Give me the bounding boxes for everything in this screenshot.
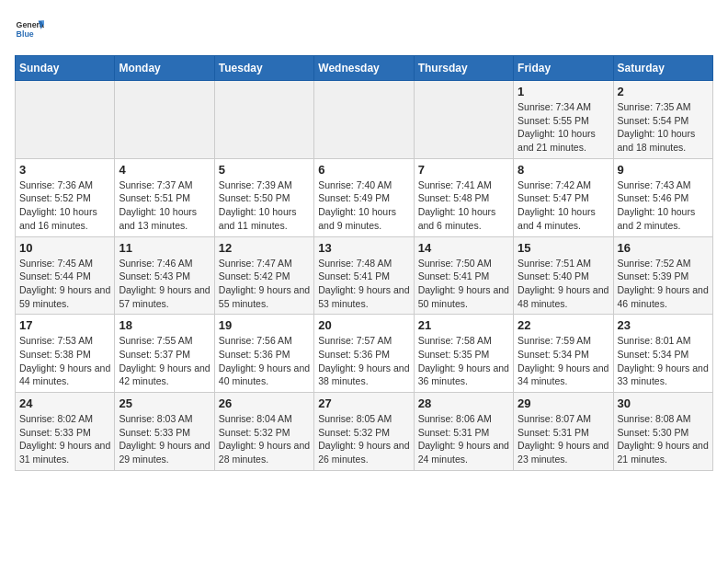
- day-number: 25: [119, 396, 210, 410]
- calendar-day-cell: 11Sunrise: 7:46 AM Sunset: 5:43 PM Dayli…: [115, 236, 214, 315]
- day-info: Sunrise: 7:42 AM Sunset: 5:47 PM Dayligh…: [518, 178, 609, 233]
- calendar-day-cell: 24Sunrise: 8:02 AM Sunset: 5:33 PM Dayli…: [16, 393, 115, 471]
- calendar-day-cell: 25Sunrise: 8:03 AM Sunset: 5:33 PM Dayli…: [115, 393, 214, 471]
- day-info: Sunrise: 7:34 AM Sunset: 5:55 PM Dayligh…: [518, 100, 609, 155]
- calendar-day-cell: 3Sunrise: 7:36 AM Sunset: 5:52 PM Daylig…: [16, 158, 115, 236]
- calendar-week-row: 10Sunrise: 7:45 AM Sunset: 5:44 PM Dayli…: [16, 236, 713, 315]
- day-number: 19: [219, 318, 310, 332]
- day-info: Sunrise: 7:36 AM Sunset: 5:52 PM Dayligh…: [19, 178, 110, 233]
- day-info: Sunrise: 7:48 AM Sunset: 5:41 PM Dayligh…: [318, 257, 409, 311]
- calendar-day-cell: 7Sunrise: 7:41 AM Sunset: 5:48 PM Daylig…: [414, 158, 513, 236]
- calendar-week-row: 24Sunrise: 8:02 AM Sunset: 5:33 PM Dayli…: [16, 393, 713, 471]
- day-number: 29: [518, 396, 609, 410]
- calendar-day-cell: 17Sunrise: 7:53 AM Sunset: 5:38 PM Dayli…: [16, 315, 115, 393]
- day-number: 15: [518, 241, 609, 255]
- calendar-day-cell: 6Sunrise: 7:40 AM Sunset: 5:49 PM Daylig…: [314, 158, 414, 236]
- calendar-day-cell: 10Sunrise: 7:45 AM Sunset: 5:44 PM Dayli…: [16, 236, 115, 315]
- day-info: Sunrise: 7:35 AM Sunset: 5:54 PM Dayligh…: [618, 100, 709, 155]
- day-number: 12: [219, 241, 310, 255]
- weekday-header-wednesday: Wednesday: [314, 56, 414, 81]
- calendar-day-cell: 2Sunrise: 7:35 AM Sunset: 5:54 PM Daylig…: [613, 81, 712, 159]
- weekday-header-monday: Monday: [115, 56, 214, 81]
- day-number: 20: [318, 318, 409, 332]
- day-info: Sunrise: 7:46 AM Sunset: 5:43 PM Dayligh…: [119, 257, 210, 311]
- calendar-day-cell: 16Sunrise: 7:52 AM Sunset: 5:39 PM Dayli…: [613, 236, 712, 315]
- day-info: Sunrise: 8:07 AM Sunset: 5:31 PM Dayligh…: [518, 412, 609, 466]
- day-info: Sunrise: 7:57 AM Sunset: 5:36 PM Dayligh…: [318, 334, 409, 388]
- day-number: 2: [618, 85, 709, 98]
- calendar-empty-cell: [314, 81, 414, 159]
- day-info: Sunrise: 8:05 AM Sunset: 5:32 PM Dayligh…: [318, 412, 409, 466]
- day-number: 11: [119, 241, 210, 255]
- day-number: 13: [318, 241, 409, 255]
- day-info: Sunrise: 7:56 AM Sunset: 5:36 PM Dayligh…: [219, 334, 310, 388]
- day-info: Sunrise: 7:41 AM Sunset: 5:48 PM Dayligh…: [418, 178, 509, 233]
- weekday-header-saturday: Saturday: [613, 56, 712, 81]
- day-number: 6: [318, 163, 409, 177]
- day-number: 30: [618, 396, 709, 410]
- day-info: Sunrise: 7:59 AM Sunset: 5:34 PM Dayligh…: [518, 334, 609, 388]
- calendar-day-cell: 14Sunrise: 7:50 AM Sunset: 5:41 PM Dayli…: [414, 236, 513, 315]
- calendar-day-cell: 22Sunrise: 7:59 AM Sunset: 5:34 PM Dayli…: [514, 315, 613, 393]
- day-info: Sunrise: 7:47 AM Sunset: 5:42 PM Dayligh…: [219, 257, 310, 311]
- day-number: 3: [19, 163, 110, 177]
- logo: General Blue: [15, 15, 44, 44]
- calendar-week-row: 3Sunrise: 7:36 AM Sunset: 5:52 PM Daylig…: [16, 158, 713, 236]
- day-info: Sunrise: 7:45 AM Sunset: 5:44 PM Dayligh…: [19, 257, 110, 311]
- day-number: 4: [119, 163, 210, 177]
- calendar-day-cell: 9Sunrise: 7:43 AM Sunset: 5:46 PM Daylig…: [613, 158, 712, 236]
- day-info: Sunrise: 7:37 AM Sunset: 5:51 PM Dayligh…: [119, 178, 210, 233]
- day-number: 24: [19, 396, 110, 410]
- svg-text:Blue: Blue: [17, 29, 34, 39]
- calendar-table: SundayMondayTuesdayWednesdayThursdayFrid…: [15, 55, 713, 471]
- calendar-day-cell: 26Sunrise: 8:04 AM Sunset: 5:32 PM Dayli…: [214, 393, 313, 471]
- day-number: 5: [219, 163, 310, 177]
- calendar-day-cell: 8Sunrise: 7:42 AM Sunset: 5:47 PM Daylig…: [514, 158, 613, 236]
- weekday-header-row: SundayMondayTuesdayWednesdayThursdayFrid…: [16, 56, 713, 81]
- calendar-empty-cell: [214, 81, 313, 159]
- calendar-week-row: 1Sunrise: 7:34 AM Sunset: 5:55 PM Daylig…: [16, 81, 713, 159]
- day-info: Sunrise: 7:39 AM Sunset: 5:50 PM Dayligh…: [219, 178, 310, 233]
- day-number: 27: [318, 396, 409, 410]
- logo-icon: General Blue: [15, 15, 44, 44]
- calendar-day-cell: 5Sunrise: 7:39 AM Sunset: 5:50 PM Daylig…: [214, 158, 313, 236]
- day-info: Sunrise: 8:03 AM Sunset: 5:33 PM Dayligh…: [119, 412, 210, 466]
- calendar-week-row: 17Sunrise: 7:53 AM Sunset: 5:38 PM Dayli…: [16, 315, 713, 393]
- day-number: 28: [418, 396, 509, 410]
- day-info: Sunrise: 7:40 AM Sunset: 5:49 PM Dayligh…: [318, 178, 409, 233]
- day-number: 9: [618, 163, 709, 177]
- weekday-header-tuesday: Tuesday: [214, 56, 313, 81]
- calendar-day-cell: 28Sunrise: 8:06 AM Sunset: 5:31 PM Dayli…: [414, 393, 513, 471]
- calendar-empty-cell: [115, 81, 214, 159]
- day-info: Sunrise: 7:58 AM Sunset: 5:35 PM Dayligh…: [418, 334, 509, 388]
- day-info: Sunrise: 8:02 AM Sunset: 5:33 PM Dayligh…: [19, 412, 110, 466]
- day-info: Sunrise: 7:53 AM Sunset: 5:38 PM Dayligh…: [19, 334, 110, 388]
- calendar-day-cell: 21Sunrise: 7:58 AM Sunset: 5:35 PM Dayli…: [414, 315, 513, 393]
- day-info: Sunrise: 7:52 AM Sunset: 5:39 PM Dayligh…: [618, 257, 709, 311]
- calendar-empty-cell: [414, 81, 513, 159]
- calendar-day-cell: 30Sunrise: 8:08 AM Sunset: 5:30 PM Dayli…: [613, 393, 712, 471]
- day-number: 21: [418, 318, 509, 332]
- calendar-day-cell: 13Sunrise: 7:48 AM Sunset: 5:41 PM Dayli…: [314, 236, 414, 315]
- day-number: 14: [418, 241, 509, 255]
- day-info: Sunrise: 7:43 AM Sunset: 5:46 PM Dayligh…: [618, 178, 709, 233]
- calendar-day-cell: 20Sunrise: 7:57 AM Sunset: 5:36 PM Dayli…: [314, 315, 414, 393]
- calendar-day-cell: 4Sunrise: 7:37 AM Sunset: 5:51 PM Daylig…: [115, 158, 214, 236]
- calendar-day-cell: 19Sunrise: 7:56 AM Sunset: 5:36 PM Dayli…: [214, 315, 313, 393]
- day-number: 17: [19, 318, 110, 332]
- day-number: 26: [219, 396, 310, 410]
- day-info: Sunrise: 7:50 AM Sunset: 5:41 PM Dayligh…: [418, 257, 509, 311]
- calendar-day-cell: 15Sunrise: 7:51 AM Sunset: 5:40 PM Dayli…: [514, 236, 613, 315]
- weekday-header-thursday: Thursday: [414, 56, 513, 81]
- calendar-day-cell: 18Sunrise: 7:55 AM Sunset: 5:37 PM Dayli…: [115, 315, 214, 393]
- day-number: 8: [518, 163, 609, 177]
- day-info: Sunrise: 8:01 AM Sunset: 5:34 PM Dayligh…: [618, 334, 709, 388]
- calendar-day-cell: 12Sunrise: 7:47 AM Sunset: 5:42 PM Dayli…: [214, 236, 313, 315]
- calendar-day-cell: 23Sunrise: 8:01 AM Sunset: 5:34 PM Dayli…: [613, 315, 712, 393]
- page-header: General Blue: [15, 15, 713, 44]
- weekday-header-friday: Friday: [514, 56, 613, 81]
- day-number: 10: [19, 241, 110, 255]
- calendar-day-cell: 27Sunrise: 8:05 AM Sunset: 5:32 PM Dayli…: [314, 393, 414, 471]
- day-number: 7: [418, 163, 509, 177]
- day-number: 22: [518, 318, 609, 332]
